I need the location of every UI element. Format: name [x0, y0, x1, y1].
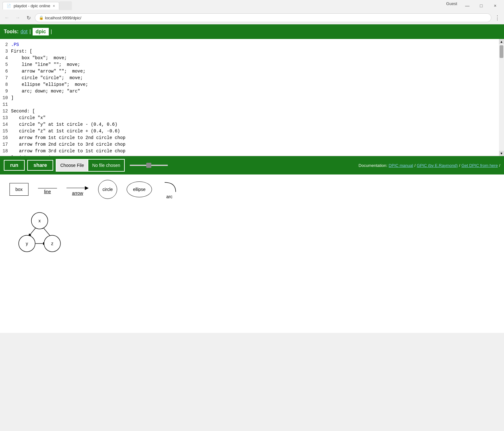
dpic-active-tab[interactable]: dpic — [33, 28, 49, 35]
code-editor[interactable]: 2 3 4 5 6 7 8 9 10 11 12 13 14 15 16 17 … — [0, 39, 504, 156]
get-dpic-link[interactable]: Get DPIC from here — [462, 163, 498, 168]
line-shape — [38, 188, 57, 188]
bottom-toolbar: run share Choose File No file chosen Doc… — [0, 156, 504, 174]
no-file-label: No file chosen — [88, 163, 124, 168]
tab-favicon: 📄 — [7, 4, 11, 8]
node-x-label: x — [39, 218, 41, 223]
shape-ellipse-container: ellipse — [127, 181, 152, 197]
slider-container — [130, 165, 168, 166]
browser-chrome: 📄 playdot - dpic online × Guest — □ × ← … — [0, 0, 504, 24]
graph-svg: x y z — [16, 209, 79, 259]
circle-shape: circle — [98, 180, 117, 199]
ellipse-shape: ellipse — [127, 181, 152, 197]
code-text[interactable]: .PS First: [ box "box"; move; line "line… — [10, 39, 499, 156]
box-shape: box — [9, 183, 28, 196]
maximize-button[interactable]: □ — [475, 1, 488, 10]
line-label: line — [44, 189, 51, 194]
run-button[interactable]: run — [4, 160, 25, 171]
box-label: box — [16, 187, 23, 192]
arc-shape — [161, 181, 177, 193]
app-toolbar: Tools: dot | dpic | — [0, 24, 504, 39]
doc-sep-2: / — [459, 163, 460, 168]
choose-file-button[interactable]: Choose File — [56, 160, 88, 171]
gpic-link[interactable]: GPIC (by E.Raymond) — [417, 163, 458, 168]
close-button[interactable]: × — [489, 1, 501, 10]
dpic-manual-link[interactable]: DPIC manual — [389, 163, 413, 168]
doc-sep-1: / — [414, 163, 416, 168]
scroll-thumb[interactable] — [500, 45, 503, 58]
back-button[interactable]: ← — [3, 13, 11, 22]
circle-label: circle — [103, 187, 113, 192]
graph-container: x y z — [16, 209, 498, 261]
node-y-label: y — [26, 241, 28, 246]
arc-label: arc — [166, 194, 172, 199]
doc-label: Documentation: — [359, 163, 387, 168]
tab-close-button[interactable]: × — [53, 4, 55, 8]
shape-circle-container: circle — [98, 180, 117, 199]
guest-label: Guest — [446, 1, 457, 10]
output-area: box line arrow circle ellipse — [0, 174, 504, 333]
scrollbar[interactable]: ▲ ▼ — [499, 39, 504, 156]
address-bar: ← → ↻ 🔒 localhost:9999/dpic/ ⋮ — [0, 11, 504, 24]
arrow-shape — [66, 186, 89, 190]
url-text: localhost:9999/dpic/ — [45, 16, 81, 20]
file-input-wrapper: Choose File No file chosen — [56, 159, 124, 172]
arrow-label: arrow — [72, 191, 83, 196]
scroll-up-arrow[interactable]: ▲ — [499, 39, 504, 44]
minimize-button[interactable]: — — [461, 1, 474, 10]
share-button[interactable]: share — [27, 160, 54, 171]
forward-button[interactable]: → — [13, 13, 22, 22]
refresh-button[interactable]: ↻ — [24, 13, 33, 22]
node-z-label: z — [51, 241, 54, 246]
zoom-slider[interactable] — [130, 165, 168, 166]
shape-arc-container: arc — [161, 181, 177, 199]
tab-title: playdot - dpic online — [14, 3, 50, 8]
browser-menu-button[interactable]: ⋮ — [493, 13, 501, 22]
tools-label: Tools: — [4, 29, 19, 35]
doc-sep-3: / — [499, 163, 500, 168]
scroll-down-arrow[interactable]: ▼ — [499, 151, 504, 156]
shapes-row: box line arrow circle ellipse — [6, 180, 498, 199]
line-numbers: 2 3 4 5 6 7 8 9 10 11 12 13 14 15 16 17 … — [0, 39, 10, 156]
ellipse-label: ellipse — [133, 187, 146, 192]
doc-links: Documentation: DPIC manual / GPIC (by E.… — [359, 163, 500, 168]
shape-box-container: box — [9, 183, 28, 196]
new-tab[interactable] — [59, 1, 72, 10]
shape-arrow-container: arrow — [66, 186, 89, 196]
toolbar-sep-2: | — [51, 29, 52, 35]
active-tab[interactable]: 📄 playdot - dpic online × — [3, 2, 59, 10]
shape-line-container: line — [38, 188, 57, 194]
url-bar[interactable]: 🔒 localhost:9999/dpic/ — [35, 13, 491, 22]
toolbar-sep-1: | — [29, 29, 31, 35]
dot-link[interactable]: dot — [21, 29, 28, 35]
title-bar: 📄 playdot - dpic online × Guest — □ × — [0, 0, 504, 11]
